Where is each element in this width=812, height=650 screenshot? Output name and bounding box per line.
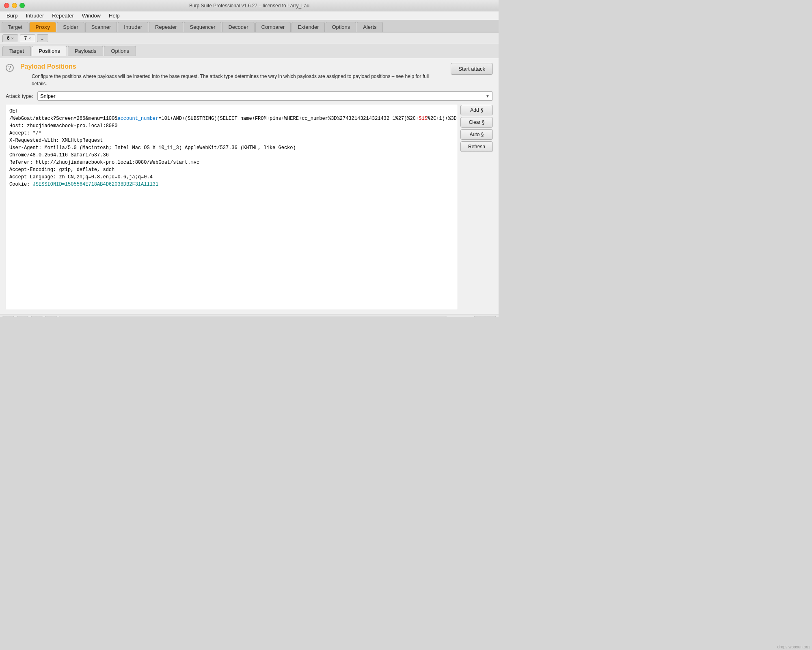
- editor-area: GET /WebGoat/attack?Screen=266&menu=1100…: [6, 105, 493, 309]
- help-icon[interactable]: ?: [6, 64, 14, 72]
- tab-proxy[interactable]: Proxy: [29, 22, 56, 32]
- tab-intruder[interactable]: Intruder: [118, 22, 148, 32]
- maximize-button[interactable]: [19, 3, 25, 8]
- bottom-bar: ? < + > 0 matches Clear: [0, 314, 499, 317]
- right-buttons-panel: Add § Clear § Auto § Refresh: [460, 105, 493, 309]
- attack-type-select[interactable]: Sniper Battering ram Pitchfork Cluster b…: [37, 91, 493, 101]
- tab-comparer[interactable]: Comparer: [255, 22, 291, 32]
- auto-section-button[interactable]: Auto §: [460, 129, 493, 140]
- menu-intruder[interactable]: Intruder: [22, 12, 47, 20]
- tab-spider[interactable]: Spider: [57, 22, 84, 32]
- search-input[interactable]: [59, 316, 447, 317]
- refresh-button[interactable]: Refresh: [460, 141, 493, 152]
- attack-type-label: Attack type:: [6, 93, 33, 99]
- help-button[interactable]: ?: [2, 316, 14, 317]
- attack-type-wrapper: Sniper Battering ram Pitchfork Cluster b…: [37, 91, 493, 101]
- sub-tabs-row: 6 × 7 × ...: [0, 32, 499, 44]
- sub-tab-6-close[interactable]: ×: [11, 36, 14, 41]
- clear-search-button[interactable]: Clear: [474, 316, 496, 317]
- section-tab-target[interactable]: Target: [2, 46, 31, 56]
- start-attack-button[interactable]: Start attack: [451, 63, 493, 75]
- editor-content: GET /WebGoat/attack?Screen=266&menu=1100…: [6, 105, 457, 309]
- window-title: Burp Suite Professional v1.6.27 – licens…: [189, 3, 309, 9]
- section-tab-payloads[interactable]: Payloads: [68, 46, 103, 56]
- close-button[interactable]: [4, 3, 9, 8]
- menu-window[interactable]: Window: [79, 12, 104, 20]
- payload-header-left: ? Payload Positions Configure the positi…: [6, 63, 443, 87]
- clear-section-button[interactable]: Clear §: [460, 117, 493, 128]
- tab-options[interactable]: Options: [326, 22, 356, 32]
- tab-decoder[interactable]: Decoder: [222, 22, 254, 32]
- add-section-button[interactable]: Add §: [460, 105, 493, 115]
- menu-repeater[interactable]: Repeater: [49, 12, 77, 20]
- menu-bar: Burp Intruder Repeater Window Help: [0, 11, 499, 20]
- sub-tab-7-close[interactable]: ×: [28, 36, 31, 41]
- main-tabs: Target Proxy Spider Scanner Intruder Rep…: [0, 20, 499, 32]
- main-content: ? Payload Positions Configure the positi…: [0, 58, 499, 314]
- sub-tab-7[interactable]: 7 ×: [20, 34, 36, 42]
- tab-repeater[interactable]: Repeater: [149, 22, 183, 32]
- payload-title: Payload Positions: [20, 63, 443, 70]
- minimize-button[interactable]: [12, 3, 17, 8]
- section-tab-positions[interactable]: Positions: [32, 46, 67, 56]
- menu-burp[interactable]: Burp: [3, 12, 21, 20]
- request-editor[interactable]: GET /WebGoat/attack?Screen=266&menu=1100…: [6, 105, 457, 309]
- section-tabs: Target Positions Payloads Options: [0, 44, 499, 58]
- section-tab-options[interactable]: Options: [104, 46, 136, 56]
- menu-help[interactable]: Help: [106, 12, 123, 20]
- tab-alerts[interactable]: Alerts: [357, 22, 382, 32]
- title-bar: Burp Suite Professional v1.6.27 – licens…: [0, 0, 499, 11]
- tab-sequencer[interactable]: Sequencer: [184, 22, 222, 32]
- prev-button[interactable]: <: [17, 316, 28, 317]
- window-controls[interactable]: [4, 3, 25, 8]
- tab-scanner[interactable]: Scanner: [85, 22, 117, 32]
- sub-tab-7-label: 7: [24, 35, 27, 41]
- attack-type-row: Attack type: Sniper Battering ram Pitchf…: [6, 91, 493, 101]
- tab-extender[interactable]: Extender: [292, 22, 325, 32]
- next-button[interactable]: >: [45, 316, 57, 317]
- plus-button[interactable]: +: [31, 316, 43, 317]
- sub-tab-more[interactable]: ...: [37, 34, 48, 42]
- tab-target[interactable]: Target: [2, 22, 28, 32]
- payload-header: ? Payload Positions Configure the positi…: [6, 63, 493, 87]
- sub-tab-6-label: 6: [7, 35, 10, 41]
- sub-tab-6[interactable]: 6 ×: [2, 34, 18, 42]
- payload-description: Configure the positions where payloads w…: [32, 73, 443, 87]
